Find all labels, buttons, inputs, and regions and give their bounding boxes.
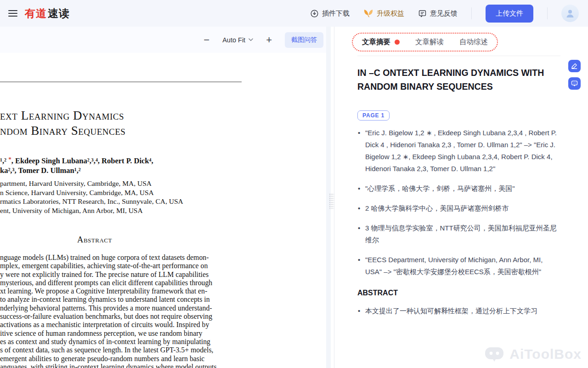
comment-button[interactable] — [568, 77, 581, 90]
affiliation-line: ent, University of Michigan, Ann Arbor, … — [0, 206, 183, 215]
summary-abstract-heading: ABSTRACT — [357, 289, 560, 297]
header-divider — [547, 7, 548, 19]
logo-part-red: 有道 — [25, 7, 47, 19]
tab-auto-review[interactable]: 自动综述 — [459, 37, 488, 47]
pdf-page: ext Learning Dynamics ndom Binary Sequen… — [0, 53, 326, 368]
summary-title: IN –C ONTEXT LEARNING DYNAMICS WITH RAND… — [357, 66, 560, 93]
authors-line1-pre: ¹,² — [0, 156, 8, 165]
summary-content: IN –C ONTEXT LEARNING DYNAMICS WITH RAND… — [334, 56, 588, 317]
abstract-line: activations as a mechanistic interpretat… — [0, 321, 217, 329]
paper-title-line1: ext Learning Dynamics — [0, 108, 125, 123]
app-header: 有道速读 插件下载 升级权益 意见反馈 上传文件 — [0, 0, 588, 27]
paper-title-line2: ndom Binary Sequences — [0, 123, 125, 138]
summary-bullet: 本文提出了一种认知可解释性框架，通过分析上下文学习 — [357, 305, 560, 317]
affiliation-line: partment, Harvard University, Cambridge,… — [0, 179, 183, 188]
fit-mode-label: Auto Fit — [222, 36, 245, 44]
pdf-top-rule — [0, 81, 242, 82]
summary-bullet: "Eric J. Bigelow 1,2 ∗ , Ekdeep Singh Lu… — [357, 127, 560, 175]
page-badge[interactable]: PAGE 1 — [357, 110, 390, 121]
tab-label: 文章解读 — [415, 37, 444, 47]
authors-line1-post: , Ekdeep Singh Lubana²,³,⁴, Robert P. Di… — [11, 156, 153, 165]
nav-label: 意见反馈 — [430, 9, 458, 18]
abstract-line: success-or-failure evaluation benchmarks… — [0, 312, 217, 321]
authors-line1: ¹,² *, Ekdeep Singh Lubana²,³,⁴, Robert … — [0, 154, 153, 166]
nav-label: 插件下载 — [322, 9, 350, 18]
nav-label: 升级权益 — [377, 9, 404, 18]
nav-plugin-download[interactable]: 插件下载 — [310, 9, 350, 18]
abstract-line: es as context and study dynamics of in-c… — [0, 338, 217, 346]
active-tab-dot — [395, 40, 400, 45]
nav-upgrade-benefits[interactable]: 升级权益 — [363, 9, 404, 18]
paper-authors: ¹,² *, Ekdeep Singh Lubana²,³,⁴, Robert … — [0, 154, 153, 175]
screenshot-qa-button[interactable]: 截图问答 — [285, 32, 323, 48]
abstract-line: anguages, with striking in-context learn… — [0, 363, 217, 368]
logo-part-dark: 速读 — [48, 7, 70, 19]
main-split: − Auto Fit + 截图问答 ext Learning Dynamics … — [0, 27, 588, 368]
watermark: AiToolBox — [484, 346, 582, 362]
paper-abstract-heading: Abstract — [0, 235, 189, 245]
watermark-text: AiToolBox — [509, 346, 582, 362]
download-circle-icon — [310, 9, 319, 18]
abstract-line: to analyze in-context learning dynamics … — [0, 295, 217, 304]
note-edit-button[interactable] — [568, 60, 581, 72]
paper-abstract-body: nguage models (LLMs) trained on huge cor… — [0, 253, 217, 368]
summary-bullet: 2 哈佛大学脑科学中心，美国马萨诸塞州剑桥市 — [357, 202, 560, 214]
hamburger-menu-icon[interactable] — [8, 10, 17, 17]
tab-article-interpretation[interactable]: 文章解读 — [415, 37, 444, 47]
authors-line2: ka²,³, Tomer D. Ullman¹,² — [0, 166, 153, 175]
abstract-line: xt learning. We propose a Cognitive Inte… — [0, 287, 217, 295]
butterfly-icon — [363, 9, 373, 18]
feedback-bubble-icon — [418, 9, 427, 18]
summary-bullet: 3 物理与信息学实验室，NTT研究公司，美国加利福尼亚州圣尼维尔 — [357, 222, 560, 246]
affiliation-line: rmatics Laboratories, NTT Research, Inc.… — [0, 197, 183, 206]
header-left: 有道速读 — [8, 6, 70, 21]
summary-bullet: "心理学系，哈佛大学，剑桥，马萨诸塞州，美国" — [357, 183, 560, 195]
chat-bubble-icon — [571, 80, 578, 87]
panel-resize-handle[interactable] — [329, 193, 334, 209]
summary-panel: 文章摘要 文章解读 自动综述 IN –C ONTEXT LEARNING DYN… — [334, 27, 588, 368]
abstract-line: emergent abilities to generate pseudo-ra… — [0, 355, 217, 363]
abstract-line: mysterious, and different prompts can el… — [0, 279, 217, 287]
panel-gutter — [326, 27, 334, 368]
paper-affiliations: partment, Harvard University, Cambridge,… — [0, 179, 183, 215]
tab-article-summary[interactable]: 文章摘要 — [362, 37, 400, 47]
pdf-viewer-panel: − Auto Fit + 截图问答 ext Learning Dynamics … — [0, 27, 326, 368]
paper-title: ext Learning Dynamics ndom Binary Sequen… — [0, 108, 125, 138]
abstract-line: nderlying behavioral patterns. This prov… — [0, 304, 217, 312]
tab-label: 文章摘要 — [362, 37, 390, 47]
affiliation-line: n Science, Harvard University, Cambridge… — [0, 188, 183, 197]
abstract-line: s of context data, such as sequence leng… — [0, 346, 217, 354]
app-logo: 有道速读 — [25, 6, 70, 21]
nav-feedback[interactable]: 意见反馈 — [418, 9, 458, 18]
abstract-line: y were not explicitly trained for. The p… — [0, 270, 217, 279]
abstract-line: itive science of human randomness percep… — [0, 329, 217, 338]
chevron-down-icon — [249, 38, 253, 41]
pdf-toolbar: − Auto Fit + 截图问答 — [0, 27, 326, 53]
abstract-line: mplex, emergent capabilities, achieving … — [0, 262, 217, 270]
header-divider — [471, 7, 472, 19]
summary-abstract-list: 本文提出了一种认知可解释性框架，通过分析上下文学习 — [357, 305, 560, 317]
fit-mode-dropdown[interactable]: Auto Fit — [222, 36, 253, 44]
summary-bullet: "EECS Department, University of Michigan… — [357, 254, 560, 278]
header-right: 插件下载 升级权益 意见反馈 上传文件 — [310, 5, 579, 23]
zoom-in-button[interactable]: + — [266, 35, 272, 45]
user-avatar[interactable] — [561, 5, 579, 22]
upload-file-button[interactable]: 上传文件 — [486, 5, 533, 23]
zoom-out-button[interactable]: − — [204, 35, 209, 45]
robot-icon — [484, 346, 505, 362]
summary-bullet-list: "Eric J. Bigelow 1,2 ∗ , Ekdeep Singh Lu… — [357, 127, 560, 278]
abstract-line: nguage models (LLMs) trained on huge cor… — [0, 253, 217, 262]
tab-label: 自动综述 — [459, 37, 488, 47]
person-icon — [565, 8, 576, 19]
pencil-icon — [571, 63, 578, 69]
summary-tabs: 文章摘要 文章解读 自动综述 — [352, 33, 498, 52]
